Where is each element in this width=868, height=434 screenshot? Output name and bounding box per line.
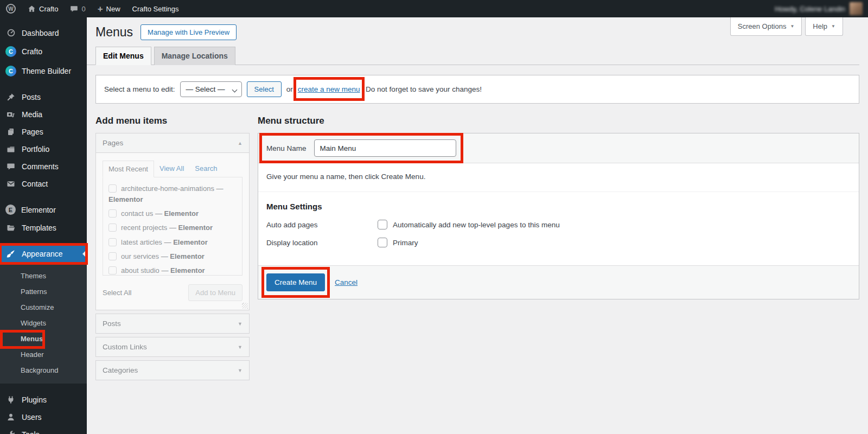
screen-options-button[interactable]: Screen Options ▼ [730, 17, 802, 36]
separator-dash: — [155, 209, 162, 218]
sidebar-item-plugins[interactable]: Plugins [0, 391, 87, 409]
menu-name-annotation: Menu Name [266, 139, 456, 157]
select-button[interactable]: Select [247, 81, 282, 97]
screen-options-label: Screen Options [738, 22, 787, 30]
tab-search[interactable]: Search [189, 161, 222, 177]
page-checkbox[interactable] [108, 209, 117, 218]
templates-folder-icon [5, 224, 16, 232]
add-menu-items-heading: Add menu items [95, 116, 250, 126]
sidebar-label: Crafto [22, 47, 42, 56]
tab-edit-menus[interactable]: Edit Menus [95, 47, 151, 65]
sidebar-item-theme-builder[interactable]: C Theme Builder [0, 61, 87, 81]
create-menu-button[interactable]: Create Menu [266, 273, 325, 291]
accordion-categories[interactable]: Categories ▼ [95, 360, 250, 380]
auto-add-option-label: Automatically add new top-level pages to… [393, 221, 560, 229]
subitem-label: Themes [21, 272, 46, 280]
resize-handle[interactable] [242, 303, 248, 309]
or-text: or [286, 85, 293, 93]
accordion-custom-links[interactable]: Custom Links ▼ [95, 337, 250, 357]
menu-name-input[interactable] [314, 139, 456, 157]
pages-filter-tabs: Most Recent View All Search [103, 161, 242, 177]
sidebar-item-portfolio[interactable]: Portfolio [0, 141, 87, 158]
comments-admin-link[interactable]: 0 [64, 0, 91, 17]
auto-add-option: Automatically add new top-level pages to… [378, 220, 560, 229]
site-name-label: Crafto [39, 5, 58, 13]
sidebar-item-tools[interactable]: Tools [0, 426, 87, 434]
separator-dash: — [216, 184, 224, 193]
page-suffix: Elementor [108, 195, 143, 203]
crafto-badge-icon: C [5, 46, 16, 57]
paintbrush-icon [5, 250, 16, 258]
pages-panel-title: Pages [103, 139, 123, 147]
create-new-menu-link[interactable]: create a new menu [298, 85, 360, 93]
pushpin-icon [5, 93, 16, 101]
sidebar-subitem-customize[interactable]: Customize [0, 299, 87, 315]
menu-structure-heading: Menu structure [258, 116, 859, 126]
sidebar-item-users[interactable]: Users [0, 409, 87, 426]
sidebar-item-elementor[interactable]: E Elementor [0, 200, 87, 219]
sidebar-item-posts[interactable]: Posts [0, 88, 87, 106]
select-all-link[interactable]: Select All [103, 289, 131, 297]
sidebar-subitem-background[interactable]: Background [0, 362, 87, 378]
save-changes-reminder: . Do not forget to save your changes! [362, 85, 482, 93]
tab-manage-locations[interactable]: Manage Locations [154, 47, 235, 65]
accordion-label: Custom Links [103, 343, 147, 351]
add-menu-items-column: Add menu items Pages ▲ Most Recent View … [95, 106, 250, 380]
add-to-menu-button[interactable]: Add to Menu [188, 284, 242, 301]
chevron-up-icon: ▲ [238, 141, 242, 146]
sidebar-subitem-header[interactable]: Header [0, 347, 87, 362]
tab-most-recent[interactable]: Most Recent [103, 161, 154, 177]
sidebar-subitem-patterns[interactable]: Patterns [0, 284, 87, 299]
sidebar-item-comments[interactable]: Comments [0, 158, 87, 175]
sidebar-item-media[interactable]: Media [0, 106, 87, 123]
accordion-posts[interactable]: Posts ▼ [95, 314, 250, 334]
page-suffix: Elementor [170, 266, 205, 275]
sidebar-item-crafto[interactable]: C Crafto [0, 42, 87, 61]
sidebar-label: Comments [22, 162, 59, 171]
appearance-submenu: Themes Patterns Customize Widgets Menus … [0, 264, 87, 384]
pages-panel-header[interactable]: Pages ▲ [96, 133, 249, 153]
howdy-greeting: Howdy, Colene Landin [775, 5, 845, 13]
page-checkbox[interactable] [108, 224, 117, 232]
page-checkbox[interactable] [108, 266, 117, 275]
chevron-down-icon: ▼ [831, 24, 835, 29]
separator-dash: — [169, 224, 176, 232]
menu-helper-text: Give your menu a name, then click Create… [266, 173, 851, 181]
sidebar-item-templates[interactable]: Templates [0, 219, 87, 237]
help-button[interactable]: Help ▼ [805, 17, 843, 36]
menu-select-dropdown[interactable]: — Select — [180, 81, 242, 97]
menu-settings-heading: Menu Settings [266, 202, 851, 211]
select-menu-label: Select a menu to edit: [104, 85, 175, 93]
site-name-link[interactable]: Crafto [22, 0, 64, 17]
page-checkbox[interactable] [108, 184, 117, 193]
sidebar-subitem-themes[interactable]: Themes [0, 268, 87, 284]
sidebar-subitem-widgets[interactable]: Widgets [0, 315, 87, 331]
menu-name-row: Menu Name [258, 133, 859, 163]
cancel-link[interactable]: Cancel [335, 278, 358, 286]
sidebar-item-appearance[interactable]: Appearance [0, 244, 87, 264]
page-checkbox[interactable] [108, 238, 117, 246]
admin-bar-account[interactable]: Howdy, Colene Landin [775, 2, 868, 15]
tab-view-all[interactable]: View All [154, 161, 189, 177]
primary-location-checkbox[interactable] [378, 238, 387, 247]
page-list-item: latest articles — Elementor [108, 237, 237, 248]
wordpress-logo-menu[interactable]: W [0, 0, 22, 17]
dashboard-gauge-icon [5, 28, 16, 37]
sidebar-item-pages[interactable]: Pages [0, 123, 87, 141]
auto-add-checkbox[interactable] [378, 220, 387, 229]
manage-live-preview-button[interactable]: Manage with Live Preview [141, 24, 237, 40]
chevron-down-icon [232, 87, 237, 93]
page-name: contact us [121, 209, 153, 218]
accordion-label: Posts [103, 320, 121, 328]
sidebar-subitem-menus[interactable]: Menus [0, 331, 87, 347]
page-list-item: our services — Elementor [108, 251, 237, 262]
crafto-settings-link[interactable]: Crafto Settings [126, 0, 185, 17]
new-content-menu[interactable]: + New [92, 0, 126, 17]
pages-checkbox-list: architecture-home-animations — Elementor… [103, 177, 242, 276]
page-checkbox[interactable] [108, 252, 117, 260]
sidebar-item-contact[interactable]: Contact [0, 175, 87, 193]
subitem-label: Customize [21, 303, 54, 311]
subitem-label: Menus [21, 335, 43, 343]
sidebar-label: Media [22, 110, 42, 119]
sidebar-item-dashboard[interactable]: Dashboard [0, 24, 87, 42]
